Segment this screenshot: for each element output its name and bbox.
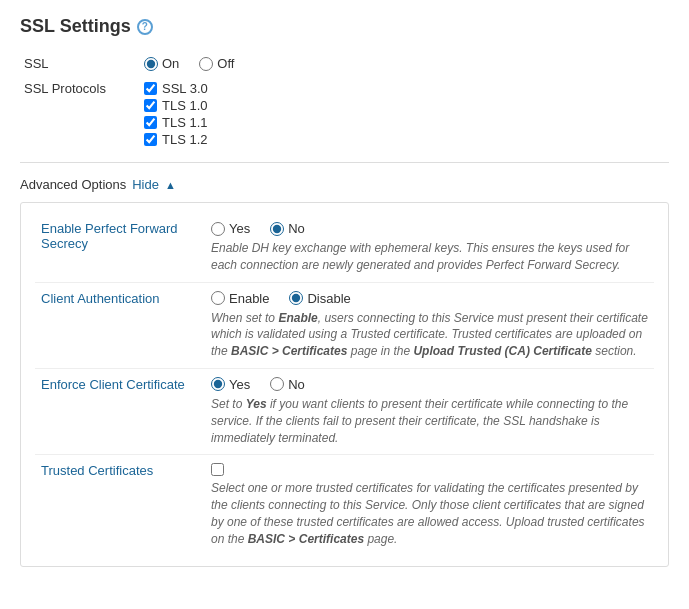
trusted-certs-checkbox-group [211,463,648,476]
advanced-table: Enable Perfect Forward Secrecy Yes No En… [35,213,654,556]
ssl-on-radio[interactable] [144,57,158,71]
hide-link[interactable]: Hide [132,177,159,192]
pfs-yes-option[interactable]: Yes [211,221,250,236]
trusted-certs-label: Trusted Certificates [35,455,205,556]
trusted-certs-row: Trusted Certificates Select one or more … [35,455,654,556]
client-auth-radio-group: Enable Disable [211,291,648,306]
enforce-cert-row: Enforce Client Certificate Yes No Set to… [35,368,654,454]
ssl-off-option[interactable]: Off [199,56,234,71]
protocols-list: SSL 3.0 TLS 1.0 TLS 1.1 TLS 1.2 [144,81,665,147]
ssl30-option[interactable]: SSL 3.0 [144,81,665,96]
pfs-description: Enable DH key exchange with ephemeral ke… [211,240,648,274]
enforce-cert-yes-radio[interactable] [211,377,225,391]
client-auth-label: Client Authentication [35,282,205,368]
ssl-on-option[interactable]: On [144,56,179,71]
main-divider [20,162,669,163]
enforce-cert-yes-option[interactable]: Yes [211,377,250,392]
enforce-cert-description: Set to Yes if you want clients to presen… [211,396,648,446]
ssl30-checkbox[interactable] [144,82,157,95]
pfs-radio-group: Yes No [211,221,648,236]
page-title: SSL Settings ? [20,16,669,37]
trusted-certs-description: Select one or more trusted certificates … [211,480,648,547]
ssl-settings-table: SSL On Off SSL Protocols SSL 3.0 [20,51,669,152]
pfs-yes-radio[interactable] [211,222,225,236]
trusted-certs-checkbox[interactable] [211,463,224,476]
client-auth-disable-option[interactable]: Disable [289,291,350,306]
ssl-label: SSL [20,51,140,76]
advanced-options-label: Advanced Options [20,177,126,192]
pfs-label: Enable Perfect Forward Secrecy [35,213,205,282]
advanced-section: Enable Perfect Forward Secrecy Yes No En… [20,202,669,567]
ssl-protocols-row: SSL Protocols SSL 3.0 TLS 1.0 TLS 1.1 TL… [20,76,669,152]
tls11-option[interactable]: TLS 1.1 [144,115,665,130]
ssl-protocols-label: SSL Protocols [20,76,140,152]
advanced-options-row: Advanced Options Hide ▲ [20,171,669,198]
client-auth-enable-radio[interactable] [211,291,225,305]
client-auth-disable-radio[interactable] [289,291,303,305]
client-auth-enable-option[interactable]: Enable [211,291,269,306]
enforce-cert-radio-group: Yes No [211,377,648,392]
client-auth-description: When set to Enable, users connecting to … [211,310,648,360]
pfs-no-option[interactable]: No [270,221,305,236]
tls11-checkbox[interactable] [144,116,157,129]
ssl-off-radio[interactable] [199,57,213,71]
ssl-radio-group: On Off [144,56,665,71]
enforce-cert-no-radio[interactable] [270,377,284,391]
enforce-cert-label: Enforce Client Certificate [35,368,205,454]
pfs-no-radio[interactable] [270,222,284,236]
client-auth-row: Client Authentication Enable Disable Whe… [35,282,654,368]
enforce-cert-no-option[interactable]: No [270,377,305,392]
tls12-option[interactable]: TLS 1.2 [144,132,665,147]
tls10-option[interactable]: TLS 1.0 [144,98,665,113]
tls12-checkbox[interactable] [144,133,157,146]
tls10-checkbox[interactable] [144,99,157,112]
help-icon[interactable]: ? [137,19,153,35]
ssl-row: SSL On Off [20,51,669,76]
chevron-up-icon: ▲ [165,179,176,191]
pfs-row: Enable Perfect Forward Secrecy Yes No En… [35,213,654,282]
